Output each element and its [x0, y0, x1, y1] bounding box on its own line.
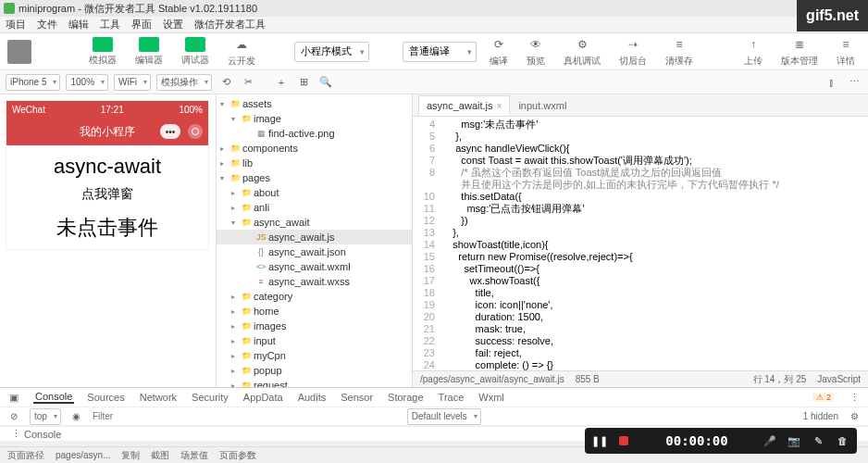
tab-active[interactable]: async_await.js×	[418, 95, 510, 116]
search-icon[interactable]: 🔍	[317, 74, 334, 91]
folder-request[interactable]: ▸📁request	[217, 378, 412, 387]
scene-button[interactable]: 场景值	[180, 449, 208, 462]
console-label[interactable]: Console	[24, 429, 61, 440]
menu-interface[interactable]: 界面	[131, 18, 152, 31]
folder-mycpn[interactable]: ▸📁myCpn	[217, 348, 412, 363]
inspect-icon[interactable]: ▣	[6, 389, 22, 406]
simulator-toggle[interactable]: 模拟器	[83, 35, 122, 69]
camera-icon[interactable]: 📷	[787, 433, 801, 448]
device-select[interactable]: iPhone 5	[6, 74, 60, 91]
folder-async-await[interactable]: ▾📁async_await	[217, 215, 412, 230]
dt-tab-console[interactable]: Console	[33, 391, 74, 404]
trash-icon[interactable]: 🗑	[835, 433, 849, 448]
record-icon[interactable]	[616, 433, 631, 448]
zoom-select[interactable]: 100%	[66, 74, 108, 91]
dt-tab-sensor[interactable]: Sensor	[339, 392, 375, 403]
dt-tab-network[interactable]: Network	[138, 392, 179, 403]
path-value[interactable]: pages/asyn...	[56, 450, 110, 460]
folder-assets[interactable]: ▾📁assets	[217, 96, 412, 111]
dt-tab-trace[interactable]: Trace	[437, 392, 466, 403]
split-icon[interactable]: ⫿	[824, 74, 840, 91]
background-button[interactable]: ⇢切后台	[614, 34, 652, 69]
dt-tab-sources[interactable]: Sources	[85, 392, 126, 403]
menu-devtool[interactable]: 微信开发者工具	[194, 18, 266, 31]
dt-tab-wxml[interactable]: Wxml	[477, 392, 506, 403]
clear-icon[interactable]: ⊘	[6, 408, 22, 425]
pen-icon[interactable]: ✎	[811, 433, 825, 448]
rotate-icon[interactable]: ⟲	[217, 74, 234, 91]
mic-icon[interactable]: 🎤	[763, 433, 777, 448]
dt-tab-security[interactable]: Security	[190, 392, 230, 403]
code-lines[interactable]: msg:'未点击事件' }, async handleViewClick(){ …	[440, 117, 868, 370]
event-text: 未点击事件	[6, 206, 208, 249]
dt-tab-appdata[interactable]: AppData	[242, 392, 285, 403]
debugger-toggle[interactable]: 调试器	[176, 35, 215, 69]
folder-anli[interactable]: ▸📁anli	[217, 200, 412, 215]
remote-debug-button[interactable]: ⚙真机调试	[558, 34, 606, 69]
folder-components[interactable]: ▸📁components	[217, 141, 412, 156]
more-icon[interactable]: ⋯	[846, 74, 862, 91]
file-wxml[interactable]: <>async_await.wxml	[217, 259, 412, 274]
add-tab-icon[interactable]: +	[273, 74, 290, 91]
menu-tools[interactable]: 工具	[100, 18, 120, 31]
close-icon[interactable]: ×	[497, 101, 502, 111]
levels-select[interactable]: Default levels	[407, 408, 481, 425]
code-area[interactable]: 4567810111213141516171819202122232425262…	[413, 117, 868, 370]
cut-icon[interactable]: ✂	[240, 74, 256, 91]
clear-cache-button[interactable]: ≡清缓存	[660, 34, 699, 69]
menu-edit[interactable]: 编辑	[68, 18, 89, 31]
menu-file[interactable]: 文件	[37, 18, 57, 31]
console-filter-bar: ⊘ top ◉ Default levels 1 hidden ⚙	[0, 407, 868, 426]
folder-about[interactable]: ▸📁about	[217, 185, 412, 200]
page-subtitle[interactable]: 点我弹窗	[6, 182, 208, 206]
avatar[interactable]	[7, 40, 31, 64]
tab-other[interactable]: input.wxml	[510, 95, 575, 116]
version-button[interactable]: ≣版本管理	[775, 34, 824, 69]
filter-input[interactable]	[93, 411, 400, 421]
explorer-icon[interactable]: ⊞	[295, 74, 312, 91]
folder-home[interactable]: ▸📁home	[217, 304, 412, 319]
compile-button[interactable]: ⟳编译	[484, 34, 514, 69]
settings-icon[interactable]: ⋮	[846, 389, 862, 406]
menu-project[interactable]: 项目	[6, 18, 26, 31]
folder-popup[interactable]: ▸📁popup	[217, 363, 412, 378]
network-select[interactable]: WiFi	[114, 74, 151, 91]
folder-input[interactable]: ▸📁input	[217, 333, 412, 348]
page-title: async-await	[6, 145, 208, 182]
capsule-close-icon[interactable]	[188, 124, 203, 139]
eye-icon[interactable]: ◉	[68, 408, 85, 425]
screenshot-button[interactable]: 截图	[151, 449, 169, 462]
preview-button[interactable]: 👁预览	[521, 34, 551, 69]
phone-frame: WeChat 17:21 100% 我的小程序 ••• async-await …	[6, 100, 209, 250]
folder-lib[interactable]: ▸📁lib	[217, 156, 412, 170]
detail-button[interactable]: ≡详情	[831, 34, 861, 69]
gear-icon[interactable]: ⚙	[846, 408, 862, 425]
devtools-tabs: ▣ Console Sources Network Security AppDa…	[0, 388, 868, 407]
warning-badge[interactable]: ⚠ 2	[812, 393, 835, 402]
drawer-icon[interactable]: ⋮	[7, 426, 24, 443]
compile-type-select[interactable]: 普通编译	[403, 42, 477, 62]
pause-icon[interactable]: ❚❚	[592, 433, 607, 448]
file-png[interactable]: ▦find-active.png	[217, 126, 412, 141]
folder-pages[interactable]: ▾📁pages	[217, 170, 412, 185]
file-wxss[interactable]: ≡async_await.wxss	[217, 274, 412, 289]
file-js[interactable]: JSasync_await.js	[217, 230, 412, 244]
menu-settings[interactable]: 设置	[163, 18, 183, 31]
context-select[interactable]: top	[30, 408, 61, 425]
dt-tab-audits[interactable]: Audits	[296, 392, 329, 403]
editor-toggle[interactable]: 编辑器	[130, 35, 168, 69]
dt-tab-storage[interactable]: Storage	[386, 392, 426, 403]
copy-button[interactable]: 复制	[121, 449, 140, 462]
code-editor: async_await.js× input.wxml 4567810111213…	[413, 94, 868, 387]
capsule-menu-icon[interactable]: •••	[160, 124, 180, 139]
folder-images[interactable]: ▸📁images	[217, 319, 412, 333]
cloud-button[interactable]: ☁云开发	[222, 34, 261, 69]
secondary-toolbar: iPhone 5 100% WiFi 模拟操作 ⟲ ✂ + ⊞ 🔍 ⫿ ⋯	[0, 70, 868, 94]
mode-select[interactable]: 小程序模式	[294, 42, 369, 62]
simulate-action-select[interactable]: 模拟操作	[156, 74, 212, 91]
folder-image[interactable]: ▾📁image	[217, 111, 412, 126]
folder-category[interactable]: ▸📁category	[217, 289, 412, 304]
file-json[interactable]: {}async_await.json	[217, 244, 412, 259]
params-button[interactable]: 页面参数	[219, 449, 256, 462]
upload-button[interactable]: ↑上传	[738, 34, 768, 69]
